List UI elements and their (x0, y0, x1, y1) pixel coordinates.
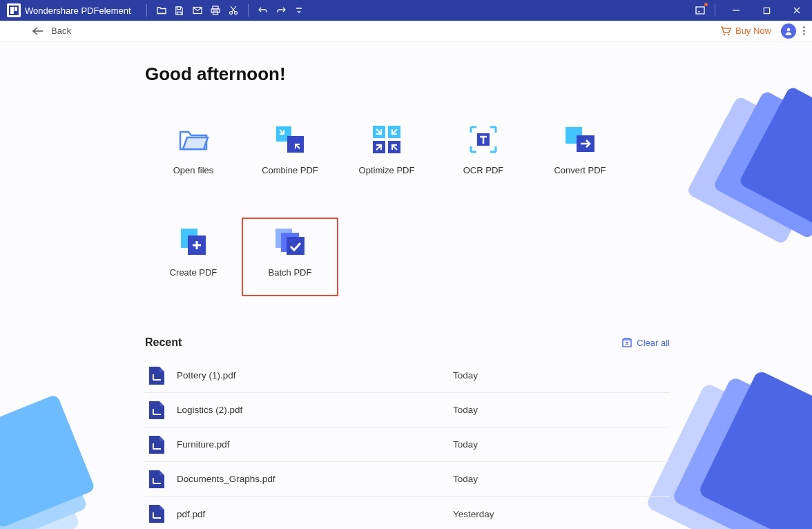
dropdown-icon[interactable] (290, 0, 308, 21)
recent-header: Recent Clear all (145, 336, 670, 349)
svg-rect-4 (213, 6, 218, 9)
pdf-file-icon (149, 367, 164, 385)
mail-icon[interactable] (188, 0, 206, 21)
tile-label: Open files (173, 165, 214, 175)
tile-label: Combine PDF (262, 165, 318, 175)
file-name: Pottery (1).pdf (177, 370, 453, 381)
batch-pdf-icon (274, 227, 306, 256)
create-pdf-icon (177, 227, 209, 256)
pdf-file-icon (149, 470, 164, 488)
action-tiles-row1: Open files Combine PDF Optimize PDF (145, 118, 677, 213)
maximize-button[interactable] (751, 0, 782, 21)
cart-icon (720, 26, 731, 37)
clear-all-button[interactable]: Clear all (621, 337, 670, 348)
convert-pdf-icon (564, 125, 596, 154)
tile-label: OCR PDF (463, 165, 504, 175)
tile-convert-pdf[interactable]: Convert PDF (532, 118, 628, 201)
greeting-heading: Good afternoon! (145, 64, 677, 85)
buy-now-label: Buy Now (735, 26, 771, 36)
tile-label: Create PDF (170, 267, 218, 278)
undo-icon[interactable] (254, 0, 272, 21)
back-label[interactable]: Back (51, 26, 71, 36)
clear-icon (621, 337, 632, 348)
tile-open-files[interactable]: Open files (145, 118, 242, 201)
tile-label: Convert PDF (554, 165, 606, 175)
sub-bar: Back Buy Now (0, 21, 812, 41)
file-name: pdf.pdf (177, 509, 453, 519)
separator (146, 4, 147, 17)
tile-optimize-pdf[interactable]: Optimize PDF (338, 118, 435, 201)
svg-rect-27 (287, 237, 304, 255)
title-bar: Wondershare PDFelement (0, 0, 812, 21)
notification-icon[interactable] (691, 0, 709, 21)
recent-list: Pottery (1).pdf Today Logistics (2).pdf … (145, 358, 670, 529)
tile-label: Batch PDF (269, 267, 312, 278)
svg-point-13 (787, 28, 791, 31)
file-name: Logistics (2).pdf (177, 405, 453, 415)
tile-batch-pdf[interactable]: Batch PDF (242, 218, 338, 296)
svg-point-8 (234, 12, 237, 15)
recent-title: Recent (145, 336, 182, 349)
svg-rect-10 (764, 8, 769, 13)
minimize-button[interactable] (721, 0, 751, 21)
pdf-file-icon (149, 436, 164, 454)
recent-item[interactable]: pdf.pdf Yesterday (145, 497, 670, 529)
svg-point-11 (724, 33, 725, 35)
buy-now-button[interactable]: Buy Now (720, 26, 771, 37)
file-date: Yesterday (453, 509, 494, 519)
file-name: Furniture.pdf (177, 439, 453, 450)
file-date: Today (453, 439, 478, 450)
pdf-file-icon (149, 505, 164, 523)
tile-combine-pdf[interactable]: Combine PDF (242, 118, 338, 201)
more-menu-icon[interactable] (803, 26, 805, 35)
back-arrow-icon[interactable] (30, 23, 46, 39)
user-avatar-icon[interactable] (781, 23, 796, 39)
action-tiles-row2: Create PDF Batch PDF (145, 220, 677, 316)
close-button[interactable] (782, 0, 812, 21)
svg-point-12 (728, 33, 729, 35)
ocr-pdf-icon (467, 125, 499, 154)
svg-rect-1 (10, 7, 14, 14)
tile-label: Optimize PDF (359, 165, 415, 175)
open-files-icon (177, 125, 209, 154)
tile-create-pdf[interactable]: Create PDF (145, 220, 242, 303)
recent-item[interactable]: Furniture.pdf Today (145, 427, 670, 462)
svg-rect-9 (696, 7, 704, 14)
app-title: Wondershare PDFelement (25, 6, 131, 16)
redo-icon[interactable] (272, 0, 290, 21)
file-date: Today (453, 405, 478, 415)
open-folder-icon[interactable] (153, 0, 171, 21)
recent-item[interactable]: Pottery (1).pdf Today (145, 358, 670, 393)
clear-all-label: Clear all (637, 338, 670, 348)
separator (715, 4, 715, 17)
separator (248, 4, 249, 17)
file-date: Today (453, 370, 478, 381)
print-icon[interactable] (206, 0, 224, 21)
save-icon[interactable] (171, 0, 188, 21)
combine-pdf-icon (274, 125, 306, 154)
optimize-pdf-icon (371, 125, 403, 154)
app-logo-icon (7, 3, 21, 17)
svg-point-7 (229, 12, 232, 15)
file-name: Documents_Graphs.pdf (177, 474, 453, 484)
tile-ocr-pdf[interactable]: OCR PDF (435, 118, 532, 201)
file-date: Today (453, 474, 478, 484)
recent-item[interactable]: Documents_Graphs.pdf Today (145, 462, 670, 497)
pdf-file-icon (149, 401, 164, 419)
svg-rect-2 (14, 7, 17, 11)
recent-item[interactable]: Logistics (2).pdf Today (145, 393, 670, 427)
main-content: Good afternoon! Open files Combine PDF (0, 41, 677, 529)
cut-icon[interactable] (224, 0, 242, 21)
